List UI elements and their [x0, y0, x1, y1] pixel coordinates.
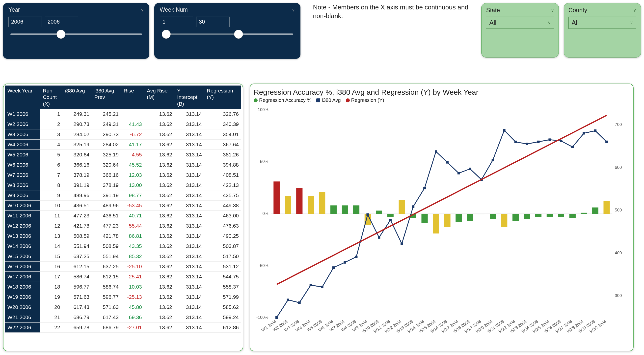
chevron-down-icon[interactable]: ∨	[551, 8, 554, 13]
table-row[interactable]: W18 200618596.77586.7410.0313.62313.1455…	[5, 282, 241, 292]
state-slicer[interactable]: State ∨ All ∨	[481, 3, 558, 58]
chart-marker[interactable]	[332, 266, 335, 269]
chart-bar[interactable]	[558, 214, 564, 217]
chart-bar[interactable]	[592, 207, 598, 214]
chart-marker[interactable]	[389, 219, 392, 221]
chevron-down-icon[interactable]: ∨	[292, 7, 295, 13]
year-slider[interactable]	[10, 34, 142, 35]
week-slider-thumb-2[interactable]	[234, 30, 243, 39]
col-header[interactable]: Regression(Y)	[204, 86, 241, 109]
col-header[interactable]: Avg Rise(M)	[144, 86, 174, 109]
chart-bar[interactable]	[342, 205, 348, 214]
chart-marker[interactable]	[276, 316, 278, 319]
table-row[interactable]: W3 20063284.02290.73-6.7213.62313.14354.…	[5, 129, 241, 139]
table-row[interactable]: W7 20067378.19366.1612.0313.62313.14408.…	[5, 170, 241, 180]
chart-marker[interactable]	[287, 298, 289, 301]
chart-bar[interactable]	[490, 214, 496, 219]
chevron-down-icon[interactable]: ∨	[633, 8, 636, 13]
chart-marker[interactable]	[298, 301, 301, 304]
chart-marker[interactable]	[344, 261, 346, 264]
county-slicer[interactable]: County ∨ All ∨	[564, 3, 641, 58]
chart-marker[interactable]	[469, 168, 471, 170]
year-slider-thumb-1[interactable]	[56, 30, 66, 39]
legend-item[interactable]: Regression (Y)	[346, 97, 384, 103]
chart-bar[interactable]	[444, 214, 450, 227]
legend-item[interactable]: Regression Accuracy %	[254, 97, 311, 103]
chart-marker[interactable]	[514, 141, 517, 143]
chart-marker[interactable]	[571, 146, 574, 148]
table-row[interactable]: W21 200621686.79617.4369.3613.62313.1459…	[5, 312, 241, 322]
chart-marker[interactable]	[366, 213, 369, 216]
year-slicer[interactable]: Year ∨	[3, 3, 149, 59]
chart-bar[interactable]	[274, 181, 280, 214]
chart-bar[interactable]	[547, 214, 553, 217]
chart-marker[interactable]	[310, 284, 312, 286]
col-header[interactable]: Week Year	[5, 86, 40, 109]
chart-bar[interactable]	[285, 196, 291, 214]
table-row[interactable]: W2 20062290.73249.3141.4313.62313.14340.…	[5, 119, 241, 129]
table-row[interactable]: W9 20069489.96391.1998.7713.62313.14435.…	[5, 190, 241, 200]
year-from-input[interactable]	[8, 17, 42, 27]
chart-bar[interactable]	[330, 205, 336, 214]
year-to-input[interactable]	[45, 17, 78, 27]
state-select[interactable]: All ∨	[486, 17, 554, 29]
chart-marker[interactable]	[412, 205, 414, 208]
table-row[interactable]: W20 200620617.43571.6345.8013.62313.1458…	[5, 302, 241, 312]
table-row[interactable]: W6 20066366.16320.6445.5213.62313.14394.…	[5, 160, 241, 170]
chart-bar[interactable]	[535, 214, 542, 217]
chart-marker[interactable]	[378, 236, 380, 239]
chart-marker[interactable]	[458, 172, 460, 175]
week-from-input[interactable]	[160, 17, 193, 27]
chart-bar[interactable]	[388, 214, 394, 217]
chart-bar[interactable]	[319, 192, 325, 214]
chart-bar[interactable]	[421, 214, 428, 223]
legend-item[interactable]: i380 Avg	[316, 97, 340, 103]
week-slicer[interactable]: Week Num ∨	[154, 3, 301, 59]
chart-marker[interactable]	[537, 141, 540, 143]
chart-bar[interactable]	[524, 214, 530, 219]
table-row[interactable]: W14 200614551.94508.5943.3513.62313.1450…	[5, 241, 241, 251]
chart-marker[interactable]	[503, 129, 506, 132]
col-header[interactable]: YIntercept(B)	[174, 86, 204, 109]
table-row[interactable]: W22 200622659.78686.79-27.0113.62313.146…	[5, 322, 241, 332]
county-select[interactable]: All ∨	[568, 17, 636, 29]
week-slider-thumb-1[interactable]	[162, 30, 171, 39]
table-row[interactable]: W13 200613508.59421.7886.8113.62313.1449…	[5, 231, 241, 241]
col-header[interactable]: RunCount(X)	[40, 86, 63, 109]
chart-marker[interactable]	[594, 129, 596, 132]
chart-bar[interactable]	[501, 214, 507, 227]
table-row[interactable]: W1 20061249.31245.2113.62313.14326.76	[5, 109, 241, 119]
chart-bar[interactable]	[308, 196, 314, 214]
chart-marker[interactable]	[321, 286, 324, 288]
table-row[interactable]: W16 200616612.15637.25-25.1013.62313.145…	[5, 261, 241, 271]
table-row[interactable]: W10 200610436.51489.96-53.4513.62313.144…	[5, 200, 241, 210]
week-to-input[interactable]	[196, 17, 230, 27]
chart-marker[interactable]	[446, 161, 448, 164]
chart-marker[interactable]	[605, 141, 608, 143]
table-row[interactable]: W15 200615637.25551.9485.3213.62313.1451…	[5, 251, 241, 261]
table-row[interactable]: W5 20065320.64325.19-4.5513.62313.14381.…	[5, 150, 241, 160]
table-row[interactable]: W8 20068391.19378.1913.0013.62313.14422.…	[5, 180, 241, 190]
chart-bar[interactable]	[399, 200, 405, 214]
table-row[interactable]: W12 200612421.78477.23-55.4413.62313.144…	[5, 221, 241, 231]
chart-marker[interactable]	[435, 150, 437, 153]
table-row[interactable]: W11 200611477.23436.5140.7113.62313.1446…	[5, 210, 241, 221]
table-row[interactable]: W4 20064325.19284.0241.1713.62313.14367.…	[5, 139, 241, 150]
combo-chart[interactable]: -100%-50%0%50%100%300400500600700W1 2006…	[254, 105, 630, 342]
chart-marker[interactable]	[400, 242, 403, 245]
chart-marker[interactable]	[582, 132, 585, 135]
chart-bar[interactable]	[296, 188, 302, 214]
week-slider[interactable]	[162, 34, 293, 35]
chart-bar[interactable]	[604, 201, 610, 214]
chart-marker[interactable]	[526, 143, 528, 145]
chart-marker[interactable]	[355, 256, 358, 258]
chart-bar[interactable]	[581, 213, 587, 214]
table-row[interactable]: W19 200619571.63596.77-25.1313.62313.145…	[5, 292, 241, 302]
chart-marker[interactable]	[492, 159, 494, 161]
chart-bar[interactable]	[353, 205, 360, 214]
col-header[interactable]: i380 AvgPrev	[92, 86, 121, 109]
col-header[interactable]: i380 Avg	[63, 86, 92, 109]
chart-bar[interactable]	[433, 214, 439, 233]
chevron-down-icon[interactable]: ∨	[141, 7, 144, 13]
chart-marker[interactable]	[560, 140, 562, 142]
